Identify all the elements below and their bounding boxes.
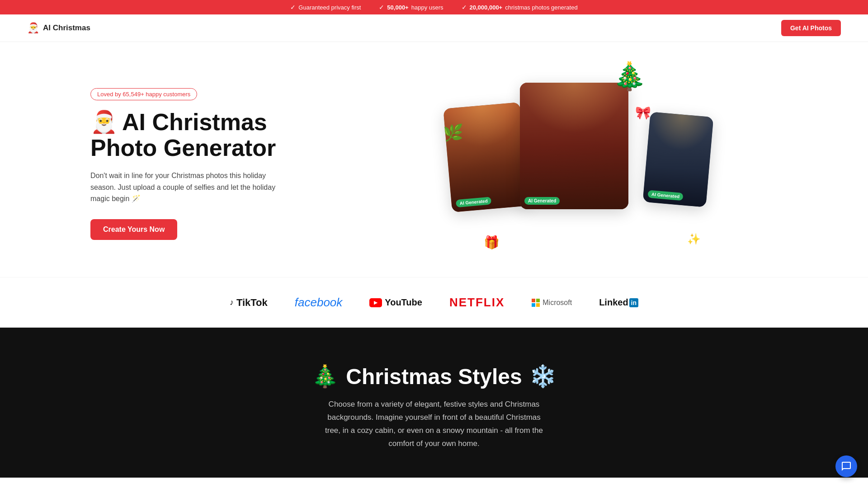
ribbon-decoration: 🎀: [635, 105, 651, 120]
social-proof-badge: Loved by 65,549+ happy customers: [90, 88, 197, 100]
check-icon-2: ✓: [379, 4, 384, 11]
photo-card-main: AI Generated: [520, 83, 628, 209]
banner-photos-text: christmas photos generated: [505, 4, 577, 11]
check-icon: ✓: [290, 4, 296, 11]
microsoft-grid-icon: [532, 299, 540, 307]
christmas-styles-text: Christmas Styles: [346, 364, 522, 389]
top-banner: ✓ Guaranteed privacy first ✓ 50,000+ hap…: [0, 0, 868, 14]
banner-users-text: happy users: [411, 4, 443, 11]
banner-privacy: ✓ Guaranteed privacy first: [290, 4, 361, 11]
banner-users-bold: 50,000+: [387, 4, 408, 11]
chat-icon: [841, 461, 852, 472]
hero-title-line2: Photo Generator: [90, 135, 316, 161]
linkedin-text: Linked: [599, 297, 628, 308]
logo-text: AI Christmas: [43, 23, 90, 33]
logo[interactable]: 🎅 AI Christmas: [27, 22, 90, 34]
christmas-tree-emoji: 🎄: [311, 364, 339, 389]
photo-card-right: AI Generated: [643, 112, 714, 207]
navbar: 🎅 AI Christmas Get AI Photos: [0, 14, 868, 42]
logo-emoji: 🎅: [27, 22, 39, 34]
sparkle-decoration: ✨: [687, 233, 701, 245]
hero-title: 🎅 AI Christmas Photo Generator: [90, 109, 316, 161]
banner-photos: ✓ 20,000,000+ christmas photos generated: [462, 4, 578, 11]
microsoft-logo: Microsoft: [532, 299, 572, 307]
hero-title-line1: AI Christmas: [122, 109, 267, 135]
chat-support-button[interactable]: [835, 455, 857, 477]
christmas-styles-section: 🎄 Christmas Styles ❄️ Choose from a vari…: [0, 328, 868, 478]
microsoft-text: Microsoft: [542, 299, 572, 307]
linkedin-logo: Linked in: [599, 297, 638, 308]
wreath-decoration: 🎄: [613, 60, 646, 92]
facebook-text: facebook: [295, 296, 343, 310]
banner-photos-bold: 20,000,000+: [470, 4, 503, 11]
photo-card-left: AI Generated: [443, 102, 528, 212]
get-photos-button[interactable]: Get AI Photos: [781, 20, 841, 36]
holly-decoration: 🌿: [443, 123, 463, 142]
tiktok-logo: ♪ TikTok: [230, 297, 268, 309]
hero-description: Don't wait in line for your Christmas ph…: [90, 170, 280, 205]
snowflake-emoji: ❄️: [529, 364, 557, 389]
ai-badge-main: AI Generated: [524, 197, 560, 205]
create-now-button[interactable]: Create Yours Now: [90, 219, 177, 240]
youtube-logo: ▶ YouTube: [369, 297, 422, 308]
brand-logos-section: ♪ TikTok facebook ▶ YouTube NETFLIX Micr…: [0, 277, 868, 328]
netflix-text: NETFLIX: [449, 296, 505, 310]
banner-users: ✓ 50,000+ happy users: [379, 4, 443, 11]
christmas-styles-description: Choose from a variety of elegant, festiv…: [321, 398, 547, 450]
hero-images-area: 🎄 🌿 🎀 🎁 ✨ AI Generated AI Generated: [316, 69, 841, 259]
check-icon-3: ✓: [462, 4, 467, 11]
hero-image-collage: 🎄 🌿 🎀 🎁 ✨ AI Generated AI Generated: [448, 69, 710, 259]
youtube-play-icon: ▶: [369, 298, 382, 307]
youtube-text: YouTube: [385, 297, 422, 308]
netflix-logo: NETFLIX: [449, 296, 505, 310]
gift-decoration: 🎁: [484, 235, 500, 250]
banner-privacy-text: Guaranteed privacy first: [298, 4, 361, 11]
linkedin-in-box: in: [629, 298, 638, 307]
santa-emoji: 🎅: [90, 110, 118, 134]
hero-section: Loved by 65,549+ happy customers 🎅 AI Ch…: [0, 42, 868, 277]
tiktok-icon: ♪: [230, 298, 234, 307]
christmas-styles-title: 🎄 Christmas Styles ❄️: [27, 364, 841, 389]
facebook-logo: facebook: [295, 296, 343, 310]
tiktok-text: TikTok: [236, 297, 268, 309]
hero-content: Loved by 65,549+ happy customers 🎅 AI Ch…: [90, 88, 316, 240]
